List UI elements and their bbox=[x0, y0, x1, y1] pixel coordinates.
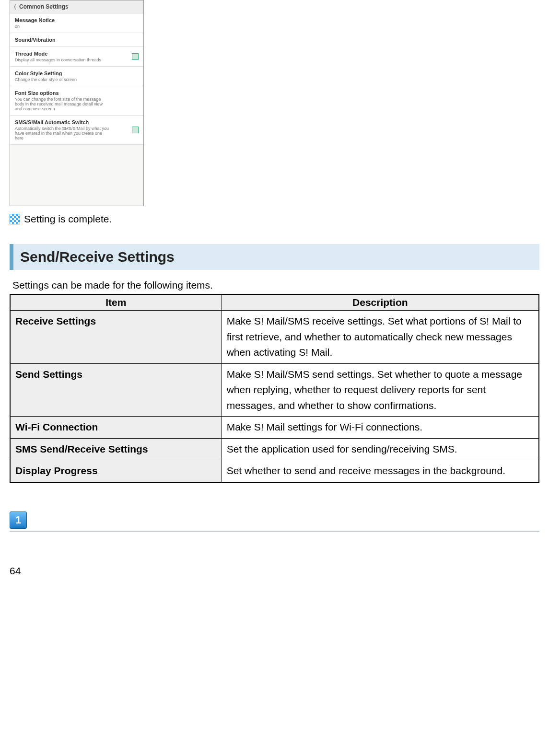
screenshot-title: Common Settings bbox=[19, 3, 69, 10]
intro-text: Settings can be made for the following i… bbox=[12, 279, 539, 291]
back-icon: ⟨ bbox=[14, 3, 16, 10]
table-desc: Make S! Mail settings for Wi-Fi connecti… bbox=[222, 417, 539, 439]
screenshot-row: Message Notice on bbox=[10, 13, 143, 33]
table-item: SMS Send/Receive Settings bbox=[10, 438, 222, 460]
table-header-item: Item bbox=[10, 294, 222, 311]
table-row: Display Progress Set whether to send and… bbox=[10, 460, 539, 482]
table-desc: Set the application used for sending/rec… bbox=[222, 438, 539, 460]
table-desc: Set whether to send and receive messages… bbox=[222, 460, 539, 482]
screenshot-row-label: Font Size options bbox=[15, 90, 111, 96]
table-desc: Make S! Mail/SMS send settings. Set whet… bbox=[222, 363, 539, 417]
table-item: Display Progress bbox=[10, 460, 222, 482]
checkbox-icon bbox=[132, 53, 139, 60]
screenshot-row: Font Size options You can change the fon… bbox=[10, 86, 143, 116]
table-item: Receive Settings bbox=[10, 311, 222, 364]
section-heading: Send/Receive Settings bbox=[10, 244, 539, 270]
screenshot-row-sub: on bbox=[15, 24, 55, 29]
phone-screenshot: ⟨ Common Settings Message Notice on Soun… bbox=[10, 0, 144, 206]
table-item: Wi-Fi Connection bbox=[10, 417, 222, 439]
settings-table: Item Description Receive Settings Make S… bbox=[10, 294, 539, 483]
screenshot-row-label: Thread Mode bbox=[15, 51, 101, 57]
table-row: SMS Send/Receive Settings Set the applic… bbox=[10, 438, 539, 460]
table-row: Wi-Fi Connection Make S! Mail settings f… bbox=[10, 417, 539, 439]
screenshot-titlebar: ⟨ Common Settings bbox=[10, 0, 143, 13]
table-row: Receive Settings Make S! Mail/SMS receiv… bbox=[10, 311, 539, 364]
screenshot-row-sub: You can change the font size of the mess… bbox=[15, 97, 111, 111]
screenshot-row-label: SMS/S!Mail Automatic Switch bbox=[15, 119, 111, 125]
screenshot-row: Thread Mode Display all messages in conv… bbox=[10, 47, 143, 67]
table-desc: Make S! Mail/SMS receive settings. Set w… bbox=[222, 311, 539, 364]
step-divider bbox=[10, 531, 539, 532]
screenshot-row: SMS/S!Mail Automatic Switch Automaticall… bbox=[10, 116, 143, 145]
checkbox-icon bbox=[132, 127, 139, 133]
step-badge: 1 bbox=[10, 512, 27, 529]
screenshot-row: Color Style Setting Change the color sty… bbox=[10, 67, 143, 86]
page-number: 64 bbox=[10, 565, 539, 577]
checker-icon bbox=[10, 214, 20, 224]
screenshot-row-sub: Automatically switch the SMS/S!Mail by w… bbox=[15, 126, 111, 140]
screenshot-row: Sound/Vibration bbox=[10, 33, 143, 47]
screenshot-row-label: Message Notice bbox=[15, 17, 55, 23]
screenshot-row-label: Color Style Setting bbox=[15, 70, 77, 76]
table-row: Send Settings Make S! Mail/SMS send sett… bbox=[10, 363, 539, 417]
setting-complete-text: Setting is complete. bbox=[24, 213, 112, 225]
screenshot-row-label: Sound/Vibration bbox=[15, 37, 56, 43]
setting-complete-line: Setting is complete. bbox=[10, 213, 539, 225]
table-item: Send Settings bbox=[10, 363, 222, 417]
screenshot-row-sub: Display all messages in conversation thr… bbox=[15, 58, 101, 62]
table-header-desc: Description bbox=[222, 294, 539, 311]
screenshot-row-sub: Change the color style of screen bbox=[15, 77, 77, 82]
